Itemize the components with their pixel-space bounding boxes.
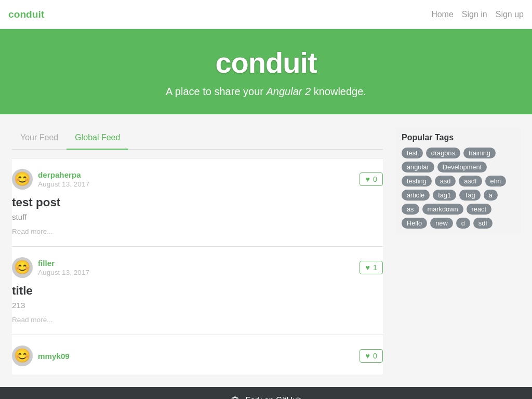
post-date: August 13, 2017: [38, 180, 89, 188]
sidebar: Popular Tags testdragonstrainingangularD…: [395, 127, 520, 375]
footer-label[interactable]: Fork on GitHub: [245, 396, 301, 399]
tag-pill[interactable]: as: [402, 204, 419, 215]
banner: conduit A place to share your Angular 2 …: [0, 29, 532, 114]
banner-subtitle-suffix: knowledge.: [311, 86, 366, 97]
tag-pill[interactable]: test: [402, 148, 423, 158]
like-button[interactable]: ♥ 1: [360, 261, 383, 274]
heart-icon: ♥: [365, 352, 370, 360]
article-meta: 😊 derpaherpa August 13, 2017 ♥ 0: [12, 169, 383, 190]
like-count: 0: [373, 175, 377, 183]
article-description: stuff: [12, 212, 383, 221]
tag-pill[interactable]: Hello: [402, 218, 427, 229]
like-button[interactable]: ♥ 0: [360, 349, 383, 363]
banner-title: conduit: [12, 46, 520, 79]
read-more-link[interactable]: Read more...: [12, 228, 53, 235]
nav-home[interactable]: Home: [431, 10, 454, 19]
tag-pill[interactable]: Tag: [459, 190, 481, 201]
tag-pill[interactable]: d: [456, 218, 470, 229]
tags-list: testdragonstrainingangularDevelopmenttes…: [402, 148, 514, 229]
article-title: test post: [12, 196, 383, 209]
nav-signup[interactable]: Sign up: [496, 10, 524, 19]
tag-pill[interactable]: react: [467, 204, 491, 215]
article-meta: 😊 filler August 13, 2017 ♥ 1: [12, 257, 383, 278]
author-details: filler August 13, 2017: [38, 259, 89, 277]
article-preview: 😊 mmyk09 ♥ 0: [12, 335, 383, 375]
feed-section: Your Feed Global Feed 😊 derpaherpa Augus…: [12, 127, 383, 375]
post-date: August 13, 2017: [38, 269, 89, 276]
tag-pill[interactable]: new: [430, 218, 453, 229]
author-details: mmyk09: [38, 352, 70, 361]
tab-your-feed[interactable]: Your Feed: [12, 127, 66, 150]
tag-pill[interactable]: sdf: [473, 218, 493, 229]
tag-pill[interactable]: elm: [485, 176, 507, 187]
tag-pill[interactable]: asd: [435, 176, 456, 187]
banner-subtitle-italic: Angular 2: [267, 86, 311, 97]
popular-tags-title: Popular Tags: [402, 133, 514, 142]
like-count: 0: [373, 352, 377, 360]
footer: ⚙ Fork on GitHub: [0, 387, 532, 399]
navbar-brand[interactable]: conduit: [8, 9, 44, 20]
article-title: title: [12, 284, 383, 298]
popular-tags-box: Popular Tags testdragonstrainingangularD…: [395, 127, 520, 235]
avatar: 😊: [12, 257, 33, 278]
author-name[interactable]: filler: [38, 259, 89, 268]
banner-subtitle-prefix: A place to share your: [166, 86, 266, 97]
navbar: conduit Home Sign in Sign up: [0, 0, 532, 29]
avatar: 😊: [12, 169, 33, 190]
heart-icon: ♥: [365, 175, 370, 183]
navbar-links: Home Sign in Sign up: [431, 10, 524, 19]
like-count: 1: [373, 263, 377, 272]
nav-signin[interactable]: Sign in: [462, 10, 487, 19]
article-meta: 😊 mmyk09 ♥ 0: [12, 345, 383, 366]
avatar: 😊: [12, 345, 33, 366]
like-button[interactable]: ♥ 0: [360, 172, 383, 186]
tag-pill[interactable]: dragons: [426, 148, 460, 158]
banner-subtitle: A place to share your Angular 2 knowledg…: [12, 86, 520, 98]
read-more-link[interactable]: Read more...: [12, 316, 53, 324]
article-author-info: 😊 derpaherpa August 13, 2017: [12, 169, 89, 190]
author-name[interactable]: derpaherpa: [38, 170, 89, 179]
tag-pill[interactable]: a: [484, 190, 498, 201]
tag-pill[interactable]: testing: [402, 176, 432, 187]
author-name[interactable]: mmyk09: [38, 352, 70, 361]
article-preview: 😊 derpaherpa August 13, 2017 ♥ 0 test po…: [12, 158, 383, 246]
tag-pill[interactable]: angular: [402, 162, 434, 172]
article-preview: 😊 filler August 13, 2017 ♥ 1 title 213 R…: [12, 246, 383, 335]
heart-icon: ♥: [365, 263, 370, 272]
author-details: derpaherpa August 13, 2017: [38, 170, 89, 189]
github-icon: ⚙: [230, 394, 240, 399]
feed-tabs: Your Feed Global Feed: [12, 127, 383, 150]
tag-pill[interactable]: asdf: [459, 176, 482, 187]
tab-global-feed[interactable]: Global Feed: [66, 127, 128, 150]
article-description: 213: [12, 301, 383, 310]
tag-pill[interactable]: Development: [437, 162, 487, 172]
tag-pill[interactable]: tag1: [433, 190, 456, 201]
tag-pill[interactable]: training: [463, 148, 496, 158]
tag-pill[interactable]: markdown: [422, 204, 463, 215]
article-author-info: 😊 mmyk09: [12, 345, 70, 366]
tag-pill[interactable]: article: [402, 190, 430, 201]
article-author-info: 😊 filler August 13, 2017: [12, 257, 89, 278]
